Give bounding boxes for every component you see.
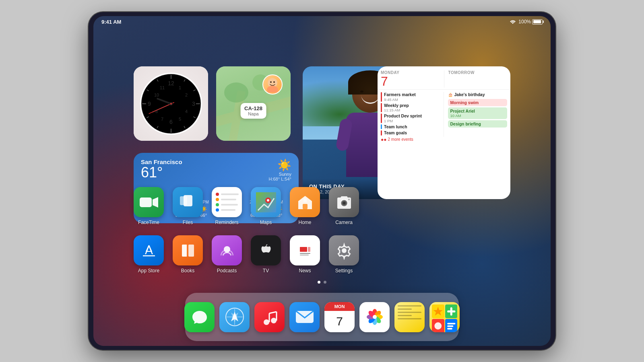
clock-widget[interactable]: 12 6 9 3 11 1 10 2 8 4 7 5 <box>134 66 208 141</box>
status-icons: 100% <box>510 19 543 25</box>
app-reminders[interactable]: Reminders <box>212 187 242 225</box>
svg-line-70 <box>269 312 277 313</box>
event-name: Farmers market <box>384 92 440 97</box>
dock-widgets[interactable] <box>429 302 460 332</box>
maps-destination: Napa <box>244 111 262 116</box>
app-name: News <box>299 268 311 274</box>
app-name: FaceTime <box>138 220 159 225</box>
app-books[interactable]: Books <box>173 235 203 274</box>
dock-messages[interactable] <box>184 302 215 332</box>
calendar-today-col: MONDAY 7 <box>381 70 444 88</box>
notes-dock-icon <box>394 302 425 332</box>
app-appstore[interactable]: A App Store <box>134 235 164 274</box>
event-name: Team goals <box>384 130 440 136</box>
event-name: Morning swim <box>450 100 505 105</box>
weather-condition-text: Sunny <box>268 172 291 177</box>
dock-mail[interactable] <box>289 302 320 332</box>
app-files[interactable]: Files <box>173 187 203 225</box>
svg-rect-87 <box>447 328 452 329</box>
files-icon <box>173 187 203 217</box>
news-icon <box>290 235 320 265</box>
svg-rect-53 <box>182 245 187 257</box>
app-name: Books <box>181 268 194 274</box>
maps-background: CA-128 Napa <box>216 66 291 141</box>
svg-text:12: 12 <box>168 80 174 86</box>
app-name: Reminders <box>215 220 238 225</box>
dock-calendar[interactable]: MON 7 <box>324 302 355 332</box>
calendar-event-team-lunch[interactable]: Team lunch <box>381 124 440 130</box>
dock-photos[interactable] <box>359 302 390 332</box>
svg-rect-35 <box>140 197 152 207</box>
calendar-event-team-goals[interactable]: Team goals <box>381 130 440 136</box>
calendar-event-design-briefing[interactable]: Design briefing <box>448 120 508 128</box>
status-time: 9:41 AM <box>101 19 121 25</box>
calendar-event-birthday[interactable]: 🎂 Jake's birthday <box>448 92 508 97</box>
calendar-dock-number: 7 <box>336 315 343 328</box>
calendar-widget[interactable]: MONDAY 7 TOMORROW Far <box>378 66 510 199</box>
battery-fill <box>533 20 541 23</box>
weather-top: San Francisco 61° ☀️ Sunny H:68° L:54° <box>141 158 291 181</box>
calendar-event-morning-swim[interactable]: Morning swim <box>448 99 508 106</box>
maps-widget[interactable]: CA-128 Napa <box>216 66 291 141</box>
event-name: Weekly prep <box>384 103 440 108</box>
appletv-icon <box>251 235 281 265</box>
svg-rect-58 <box>300 253 310 254</box>
svg-text:2: 2 <box>185 93 187 97</box>
app-camera[interactable]: Camera <box>329 187 359 225</box>
weather-location-temp: San Francisco 61° <box>141 158 182 180</box>
app-facetime[interactable]: FaceTime <box>134 187 164 225</box>
svg-point-33 <box>273 81 275 83</box>
svg-text:1: 1 <box>178 85 181 90</box>
svg-point-56 <box>224 246 230 253</box>
app-name: TV <box>263 268 269 274</box>
svg-point-34 <box>267 86 278 93</box>
app-podcasts[interactable]: Podcasts <box>212 235 242 274</box>
podcasts-icon <box>212 235 242 265</box>
widgets-area: 12 6 9 3 11 1 10 2 8 4 7 5 <box>134 32 510 282</box>
app-maps[interactable]: Maps <box>251 187 281 225</box>
svg-rect-60 <box>308 247 310 252</box>
appstore-icon: A <box>134 235 164 265</box>
svg-text:4: 4 <box>185 109 187 114</box>
calendar-event-weekly-prep[interactable]: Weekly prep 11:15 AM <box>381 103 440 113</box>
calendar-more-events[interactable]: ●● 2 more events <box>378 137 510 144</box>
dock-notes[interactable] <box>394 302 425 332</box>
svg-text:A: A <box>144 243 153 257</box>
app-home[interactable]: Home <box>290 187 320 225</box>
svg-rect-44 <box>303 199 307 202</box>
ipad-frame: 9:41 AM 100% <box>89 12 555 350</box>
battery-icon <box>532 19 543 25</box>
svg-point-41 <box>267 199 269 202</box>
widget-cell-2 <box>445 304 458 319</box>
page-dots <box>93 281 551 284</box>
battery-indicator: 100% <box>518 19 543 25</box>
calendar-tomorrow-col: TOMORROW <box>444 70 508 88</box>
app-name: Camera <box>335 220 353 225</box>
calendar-tomorrow-label: TOMORROW <box>448 70 508 75</box>
calendar-event-product-dev[interactable]: Product Dev sprint 1 PM <box>381 113 440 123</box>
calendar-dock-day-label: MON <box>334 304 345 309</box>
mail-dock-icon <box>289 302 320 332</box>
page-dot-2[interactable] <box>324 281 326 284</box>
notes-line-2 <box>398 309 412 310</box>
notes-line-4 <box>398 315 412 316</box>
svg-text:5: 5 <box>178 117 181 121</box>
dock-music[interactable] <box>254 302 285 332</box>
page-dot-1[interactable] <box>318 281 320 284</box>
notes-line-3 <box>398 312 421 313</box>
calendar-event-farmers-market[interactable]: Farmers market 9:45 AM <box>381 92 440 102</box>
calendar-tomorrow-events: 🎂 Jake's birthday Morning swim Project A… <box>447 92 508 137</box>
dock-safari[interactable] <box>219 302 250 332</box>
svg-text:6: 6 <box>169 119 173 125</box>
event-name: Jake's birthday <box>454 92 485 97</box>
calendar-event-project-ariel[interactable]: Project Ariel 10 AM <box>448 107 508 119</box>
app-appletv[interactable]: TV <box>251 235 281 274</box>
maps-avatar <box>262 74 283 95</box>
app-news[interactable]: News <box>290 235 320 274</box>
weather-condition-icon: ☀️ <box>268 158 291 172</box>
svg-point-47 <box>343 202 345 204</box>
app-settings[interactable]: Settings <box>329 235 359 274</box>
weather-condition-info: ☀️ Sunny H:68° L:54° <box>268 158 291 181</box>
event-time: 1 PM <box>384 119 440 123</box>
event-name: Project Ariel <box>450 109 505 113</box>
